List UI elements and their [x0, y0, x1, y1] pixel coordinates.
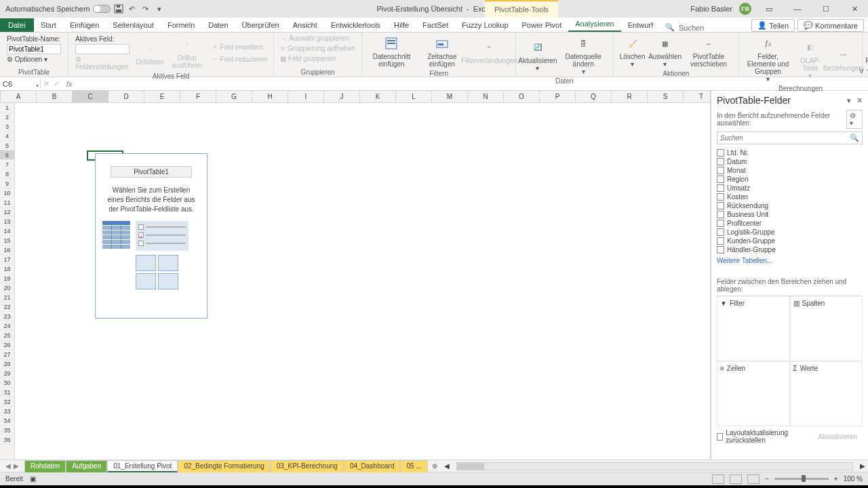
hscroll-right-icon[interactable]: ▶	[860, 462, 865, 470]
group-field-button[interactable]: ▦ Feld gruppieren	[278, 54, 357, 63]
name-box[interactable]: C6▾	[0, 80, 41, 88]
col-header[interactable]: R	[612, 91, 648, 102]
tab-powerpivot[interactable]: Power Pivot	[515, 19, 569, 32]
field-checkbox[interactable]	[717, 176, 724, 183]
row-header[interactable]: 2	[0, 113, 14, 122]
col-header[interactable]: K	[360, 91, 396, 102]
field-item[interactable]: Kosten	[717, 192, 863, 201]
sheet-tab[interactable]: 05 ...	[400, 460, 427, 472]
field-checkbox[interactable]	[717, 228, 724, 236]
update-button[interactable]: Aktualisieren	[813, 432, 863, 442]
row-header[interactable]: 12	[0, 207, 14, 217]
field-checkbox[interactable]	[717, 237, 724, 245]
field-item[interactable]: Lfd. Nr.	[717, 148, 863, 157]
maximize-icon[interactable]: ☐	[815, 0, 837, 18]
hscroll-left-icon[interactable]: ◀	[444, 462, 450, 470]
row-header[interactable]: 6	[0, 150, 14, 160]
page-layout-view-icon[interactable]	[730, 474, 742, 484]
col-header[interactable]: E	[144, 91, 180, 102]
tab-start[interactable]: Start	[34, 19, 63, 32]
pane-gear-icon[interactable]: ⚙ ▾	[846, 110, 863, 129]
row-header[interactable]: 5	[0, 141, 14, 150]
col-header[interactable]: D	[108, 91, 144, 102]
row-header[interactable]: 16	[0, 245, 14, 255]
redo-icon[interactable]: ↷	[140, 3, 151, 14]
tab-daten[interactable]: Daten	[201, 19, 235, 32]
sheet-nav-next-icon[interactable]: ▶	[14, 462, 19, 470]
cancel-formula-icon[interactable]: ✕	[43, 79, 50, 88]
drop-area-filter[interactable]: ▼ Filter	[717, 296, 790, 361]
horizontal-scrollbar[interactable]	[456, 462, 853, 470]
field-checkbox[interactable]	[717, 202, 724, 209]
row-header[interactable]: 31	[0, 388, 14, 397]
insert-slicer-button[interactable]: Datenschnitt einfügen	[366, 34, 417, 69]
save-icon[interactable]	[113, 3, 124, 14]
row-header[interactable]: 3	[0, 122, 14, 131]
row-header[interactable]: 11	[0, 198, 14, 207]
undo-icon[interactable]: ↶	[127, 3, 138, 14]
row-header[interactable]: 7	[0, 160, 14, 169]
pt-name-input[interactable]	[7, 44, 61, 54]
col-header[interactable]: S	[648, 91, 684, 102]
row-header[interactable]: 34	[0, 416, 14, 426]
col-header[interactable]: H	[252, 91, 288, 102]
row-header[interactable]: 20	[0, 283, 14, 293]
macro-record-icon[interactable]: ▣	[30, 475, 36, 483]
tab-entwicklertools[interactable]: Entwicklertools	[324, 19, 387, 32]
search-icon[interactable]: 🔍	[847, 132, 862, 144]
field-checkbox[interactable]	[717, 149, 724, 157]
field-checkbox[interactable]	[717, 167, 724, 174]
col-header[interactable]: C	[73, 91, 108, 102]
col-header[interactable]: G	[216, 91, 252, 102]
field-item[interactable]: Rücksendung	[717, 201, 863, 210]
field-item[interactable]: Region	[717, 175, 863, 184]
col-header[interactable]: I	[288, 91, 324, 102]
accept-formula-icon[interactable]: ✓	[54, 79, 60, 88]
col-header[interactable]: P	[540, 91, 576, 102]
autosave-toggle[interactable]: Automatisches Speichern	[5, 5, 111, 13]
field-settings-button[interactable]: ⚙ Feldeinstellungen	[75, 56, 130, 70]
share-button[interactable]: 👤 Teilen	[751, 19, 795, 32]
col-header[interactable]: L	[396, 91, 432, 102]
zoom-in-icon[interactable]: +	[834, 475, 838, 483]
field-checkbox[interactable]	[717, 193, 724, 201]
row-header[interactable]: 33	[0, 407, 14, 416]
drillup-button[interactable]: ↑Drillup ausführen	[167, 34, 207, 72]
pane-dropdown-icon[interactable]: ▾	[847, 96, 851, 105]
tab-datei[interactable]: Datei	[0, 18, 34, 32]
fx-icon[interactable]: fx	[64, 80, 73, 88]
row-header[interactable]: 32	[0, 397, 14, 407]
minimize-icon[interactable]: —	[787, 0, 808, 18]
row-header[interactable]: 23	[0, 312, 14, 321]
row-header[interactable]: 15	[0, 236, 14, 245]
tab-ueberpruefen[interactable]: Überprüfen	[235, 19, 286, 32]
tab-factset[interactable]: FactSet	[416, 19, 455, 32]
comments-button[interactable]: 💬 Kommentare	[797, 19, 864, 32]
drop-area-rows[interactable]: ≡ Zeilen	[717, 361, 790, 426]
change-source-button[interactable]: 🗄Datenquelle ändern▾	[558, 34, 609, 77]
sheet-tab[interactable]: Rohdaten	[24, 460, 66, 472]
col-header[interactable]: J	[324, 91, 360, 102]
row-header[interactable]: 17	[0, 255, 14, 264]
col-header[interactable]: Q	[576, 91, 612, 102]
qat-dropdown-icon[interactable]: ▾	[154, 3, 165, 14]
calc-fields-button[interactable]: ƒ𝑥Felder, Elemente und Gruppen▾	[743, 34, 793, 84]
defer-layout-checkbox[interactable]	[717, 433, 723, 441]
tab-hilfe[interactable]: Hilfe	[387, 19, 416, 32]
row-header[interactable]: 9	[0, 179, 14, 188]
pane-close-icon[interactable]: ✕	[856, 96, 863, 105]
field-search[interactable]: 🔍	[717, 131, 863, 144]
row-header[interactable]: 28	[0, 359, 14, 369]
col-header[interactable]: B	[37, 91, 73, 102]
page-break-view-icon[interactable]	[747, 474, 760, 484]
collapse-ribbon-icon[interactable]: ᐯ	[859, 67, 864, 75]
sheet-tab[interactable]: 02_Bedingte Formatierung	[178, 460, 270, 472]
collapse-field-button[interactable]: － Feld reduzieren	[210, 54, 269, 64]
more-tables-link[interactable]: Weitere Tabellen...	[717, 254, 863, 267]
options-button[interactable]: ⚙ Optionen ▾	[7, 56, 61, 63]
row-header[interactable]: 29	[0, 369, 14, 378]
worksheet-grid[interactable]: ABCDEFGHIJKLMNOPQRST 1234567891011121314…	[0, 91, 711, 460]
row-header[interactable]: 27	[0, 350, 14, 359]
row-header[interactable]: 19	[0, 274, 14, 283]
field-item[interactable]: Händler-Gruppe	[717, 245, 863, 254]
